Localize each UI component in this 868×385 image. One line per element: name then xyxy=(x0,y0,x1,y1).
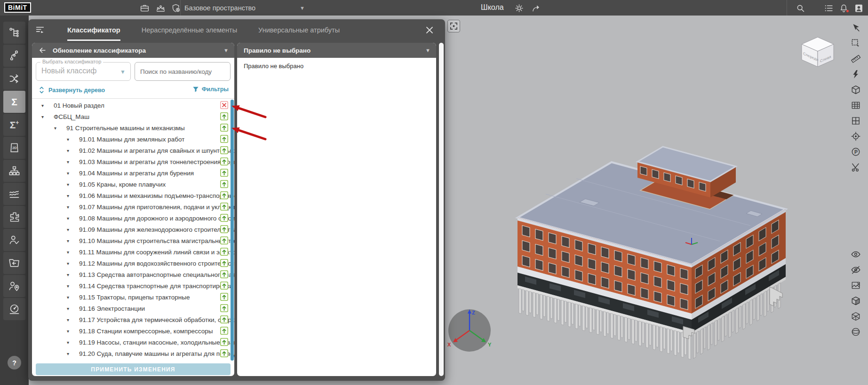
sidebar-item-hierarchy[interactable] xyxy=(3,160,25,182)
locate-tool-icon[interactable] xyxy=(849,129,863,143)
move-up-node-icon[interactable] xyxy=(220,259,228,267)
select-tool-icon[interactable] xyxy=(849,21,863,35)
tree-row[interactable]: ▾ ФСБЦ_Маш xyxy=(32,111,234,122)
menu-list-icon[interactable] xyxy=(822,2,835,14)
visibility-tool-icon[interactable] xyxy=(849,247,863,261)
move-up-node-icon[interactable] xyxy=(220,327,228,335)
tree-row[interactable]: ▾ 91.20 Суда, плавучие машины и агрегаты… xyxy=(32,348,234,359)
move-up-node-icon[interactable] xyxy=(220,236,228,244)
move-up-node-icon[interactable] xyxy=(220,146,228,154)
projects-icon[interactable] xyxy=(138,2,151,14)
shaded-cube-tool-icon[interactable] xyxy=(849,294,863,308)
grid-tool-icon[interactable] xyxy=(849,98,863,112)
tree-caret-icon[interactable]: ▾ xyxy=(67,171,72,176)
sidebar-item-clash-detection[interactable] xyxy=(3,68,25,90)
tree-row[interactable]: ▾ 91.09 Машины для железнодорожного стро… xyxy=(32,224,234,235)
measure-tool-icon[interactable] xyxy=(849,52,863,66)
tree-caret-icon[interactable]: ▾ xyxy=(67,306,72,311)
app-logo[interactable]: BiMiT xyxy=(4,2,31,13)
filters-button[interactable]: Фильтры xyxy=(192,86,229,93)
tree-caret-icon[interactable]: ▾ xyxy=(67,250,72,255)
tree-row[interactable]: ▾ 91.15 Тракторы, прицепы тракторные xyxy=(32,291,234,303)
tree-row[interactable]: ▾ 91.05 Краны, кроме плавучих xyxy=(32,179,234,190)
collapse-panel-icon[interactable] xyxy=(35,24,46,36)
tree-row[interactable]: ▾ 91.04 Машины и агрегаты для бурения xyxy=(32,167,234,179)
tree-caret-icon[interactable]: ▾ xyxy=(41,114,47,119)
plan-view-tool-icon[interactable]: P xyxy=(849,145,863,159)
axis-gizmo[interactable]: Z X Y xyxy=(444,305,495,356)
tree-caret-icon[interactable]: ▾ xyxy=(67,295,72,300)
notifications-icon[interactable] xyxy=(837,2,850,14)
tree-row[interactable]: ▾ 91.19 Насосы, станции насосные, холоди… xyxy=(32,337,234,348)
panel-scrollbar[interactable] xyxy=(439,43,444,376)
section-tool-icon[interactable] xyxy=(849,67,863,81)
move-up-node-icon[interactable] xyxy=(220,248,228,256)
sidebar-item-plugins[interactable] xyxy=(3,206,25,228)
back-icon[interactable] xyxy=(38,46,47,55)
move-up-node-icon[interactable] xyxy=(220,124,228,132)
sidebar-item-classifier[interactable]: Σ xyxy=(3,91,25,113)
building-model[interactable] xyxy=(470,121,800,385)
tree-caret-icon[interactable]: ▾ xyxy=(67,193,72,198)
tree-caret-icon[interactable]: ▾ xyxy=(67,216,72,221)
tree-row[interactable]: ▾ 91.14 Средства транспортные для трансп… xyxy=(32,280,234,291)
classifier-select[interactable]: Выбрать классификатор Новый классиф ▼ xyxy=(36,62,131,81)
expand-tree-button[interactable]: Развернуть дерево xyxy=(39,86,105,94)
settings-icon[interactable] xyxy=(513,2,525,14)
tree-caret-icon[interactable]: ▾ xyxy=(67,329,72,334)
move-up-node-icon[interactable] xyxy=(220,315,228,323)
tree-row[interactable]: ▾ 91.11 Машины для сооружений линий связ… xyxy=(32,246,234,258)
tree-caret-icon[interactable]: ▾ xyxy=(67,137,72,142)
account-icon[interactable] xyxy=(852,2,865,14)
sidebar-item-relations[interactable] xyxy=(3,45,25,67)
clip-box-tool-icon[interactable] xyxy=(849,83,863,97)
tree-caret-icon[interactable]: ▾ xyxy=(67,182,72,187)
workspace-select[interactable]: Базовое пространство ▼ xyxy=(184,0,305,16)
move-up-node-icon[interactable] xyxy=(220,225,228,233)
tree-row[interactable]: ▾ 91.16 Электростанции xyxy=(32,303,234,314)
tree-caret-icon[interactable]: ▾ xyxy=(67,340,72,345)
remove-node-icon[interactable] xyxy=(220,101,228,109)
chevron-down-icon[interactable]: ▼ xyxy=(425,47,430,53)
sidebar-item-classifier-add[interactable]: Σ+ xyxy=(3,114,25,136)
sidebar-item-import-export[interactable] xyxy=(3,252,25,274)
move-up-node-icon[interactable] xyxy=(220,293,228,301)
sidebar-item-approvals[interactable] xyxy=(3,229,25,251)
move-up-node-icon[interactable] xyxy=(220,157,228,165)
wireframe-cube-tool-icon[interactable] xyxy=(849,309,863,323)
move-up-node-icon[interactable] xyxy=(220,282,228,290)
sidebar-item-documents-2d[interactable]: 2D xyxy=(3,137,25,159)
share-icon[interactable] xyxy=(530,2,542,14)
tab-нераспределённые[interactable]: Нераспределённые элементы xyxy=(142,19,237,41)
tree-row[interactable]: ▾ 91 Строительные машины и механизмы xyxy=(32,122,234,134)
tree-row[interactable]: ▾ 91.17 Устройства для термической обраб… xyxy=(32,314,234,325)
image-off-tool-icon[interactable] xyxy=(849,278,863,292)
move-up-node-icon[interactable] xyxy=(220,214,228,222)
tree-row[interactable]: ▾ 91.07 Машины для приготовления, подачи… xyxy=(32,201,234,212)
move-up-node-icon[interactable] xyxy=(220,203,228,211)
move-up-node-icon[interactable] xyxy=(220,338,228,346)
tree-caret-icon[interactable]: ▾ xyxy=(67,159,72,165)
tree-row[interactable]: ▾ 91.10 Машины для строительства магистр… xyxy=(32,235,234,246)
tree-caret-icon[interactable]: ▾ xyxy=(67,204,72,210)
search-icon[interactable] xyxy=(794,2,806,14)
move-up-node-icon[interactable] xyxy=(220,112,228,120)
visibility-off-tool-icon[interactable] xyxy=(849,263,863,277)
box-select-tool-icon[interactable] xyxy=(849,36,863,50)
chevron-down-icon[interactable]: ▼ xyxy=(223,47,229,53)
tree-row[interactable]: ▾ 91.08 Машины для дорожного и аэродромн… xyxy=(32,212,234,224)
tree-caret-icon[interactable]: ▾ xyxy=(67,317,72,322)
tree-row[interactable]: ▾ 91.02 Машины и агрегаты для свайных и … xyxy=(32,145,234,156)
tree-caret-icon[interactable]: ▾ xyxy=(67,148,72,153)
help-button[interactable]: ? xyxy=(8,356,21,369)
tree-caret-icon[interactable]: ▾ xyxy=(67,238,72,244)
cut-tool-icon[interactable] xyxy=(849,160,863,174)
tree-scrollbar[interactable] xyxy=(231,100,234,361)
sphere-view-tool-icon[interactable] xyxy=(849,325,863,339)
tree-caret-icon[interactable]: ▾ xyxy=(67,261,72,266)
move-up-node-icon[interactable] xyxy=(220,135,228,143)
tab-classifier[interactable]: Классификатор xyxy=(67,19,120,41)
move-up-node-icon[interactable] xyxy=(220,304,228,312)
tree-caret-icon[interactable]: ▾ xyxy=(54,126,60,131)
apply-changes-button[interactable]: ПРИМЕНИТЬ ИЗМЕНЕНИЯ xyxy=(36,363,231,375)
